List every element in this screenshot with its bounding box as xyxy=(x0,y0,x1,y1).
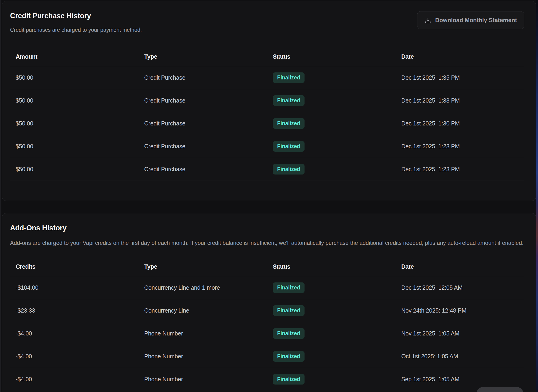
date-cell: Dec 1st 2025: 1:23 PM xyxy=(396,166,524,173)
addons-card-header: Add-Ons History Add-ons are charged to y… xyxy=(2,213,536,248)
table-row: $50.00 Credit Purchase Finalized Dec 1st… xyxy=(10,112,524,135)
date-cell: Dec 1st 2025: 1:35 PM xyxy=(396,74,524,81)
table-row: -$4.00 Phone Number Finalized Nov 1st 20… xyxy=(10,322,524,345)
column-header-type: Type xyxy=(139,53,267,60)
status-badge: Finalized xyxy=(273,328,304,339)
status-badge: Finalized xyxy=(273,374,304,384)
addons-history-card: Add-Ons History Add-ons are charged to y… xyxy=(2,213,536,392)
type-cell: Phone Number xyxy=(139,330,267,337)
table-row: -$4.00 Phone Number Finalized Sep 1st 20… xyxy=(10,368,524,391)
type-cell: Credit Purchase xyxy=(139,97,267,104)
date-cell: Nov 24th 2025: 12:48 PM xyxy=(396,307,524,314)
amount-cell: $50.00 xyxy=(10,143,139,150)
download-monthly-statement-button[interactable]: Download Monthly Statement xyxy=(417,11,524,29)
addons-history-description: Add-ons are charged to your Vapi credits… xyxy=(10,238,524,248)
addons-table-body: -$104.00 Concurrency Line and 1 more Fin… xyxy=(10,276,524,391)
date-cell: Dec 1st 2025: 12:05 AM xyxy=(396,284,524,291)
status-badge: Finalized xyxy=(273,351,304,362)
credits-cell: -$4.00 xyxy=(10,330,139,337)
credit-purchase-table-header: Amount Type Status Date xyxy=(10,47,524,66)
addons-history-title: Add-Ons History xyxy=(10,224,524,233)
type-cell: Credit Purchase xyxy=(139,74,267,81)
help-widget-button[interactable] xyxy=(476,387,524,392)
table-row: $50.00 Credit Purchase Finalized Dec 1st… xyxy=(10,89,524,112)
credits-cell: -$23.33 xyxy=(10,307,139,314)
amount-cell: $50.00 xyxy=(10,74,139,81)
table-row: -$4.00 Phone Number Finalized Oct 1st 20… xyxy=(10,345,524,368)
type-cell: Credit Purchase xyxy=(139,166,267,173)
type-cell: Phone Number xyxy=(139,376,267,383)
credits-cell: -$4.00 xyxy=(10,376,139,383)
credit-purchase-table-body: $50.00 Credit Purchase Finalized Dec 1st… xyxy=(10,66,524,181)
table-row: $50.00 Credit Purchase Finalized Dec 1st… xyxy=(10,135,524,158)
column-header-date: Date xyxy=(396,263,524,270)
type-cell: Credit Purchase xyxy=(139,120,267,127)
date-cell: Oct 1st 2025: 1:05 AM xyxy=(396,353,524,360)
amount-cell: $50.00 xyxy=(10,97,139,104)
status-badge: Finalized xyxy=(273,95,304,106)
credit-purchase-history-card: Credit Purchase History Credit purchases… xyxy=(2,1,536,201)
date-cell: Dec 1st 2025: 1:33 PM xyxy=(396,97,524,104)
download-icon xyxy=(424,17,431,24)
download-button-label: Download Monthly Statement xyxy=(435,17,517,23)
viewport-edge-gradient xyxy=(536,0,538,392)
column-header-type: Type xyxy=(139,263,267,270)
date-cell: Dec 1st 2025: 1:30 PM xyxy=(396,120,524,127)
billing-page: { "colors": { "page_background": "#10101… xyxy=(0,0,538,392)
credits-cell: -$4.00 xyxy=(10,353,139,360)
type-cell: Credit Purchase xyxy=(139,143,267,150)
type-cell: Concurrency Line xyxy=(139,307,267,314)
date-cell: Nov 1st 2025: 1:05 AM xyxy=(396,330,524,337)
column-header-amount: Amount xyxy=(10,53,139,60)
column-header-status: Status xyxy=(267,263,396,270)
date-cell: Sep 1st 2025: 1:05 AM xyxy=(396,376,524,383)
addons-table: Credits Type Status Date -$104.00 Concur… xyxy=(10,257,524,391)
addons-table-header: Credits Type Status Date xyxy=(10,257,524,276)
status-badge: Finalized xyxy=(273,282,304,293)
status-badge: Finalized xyxy=(273,72,304,83)
column-header-credits: Credits xyxy=(10,263,139,270)
column-header-date: Date xyxy=(396,53,524,60)
credit-card-header: Credit Purchase History Credit purchases… xyxy=(2,1,536,33)
amount-cell: $50.00 xyxy=(10,120,139,127)
date-cell: Dec 1st 2025: 1:23 PM xyxy=(396,143,524,150)
credits-cell: -$104.00 xyxy=(10,284,139,291)
status-badge: Finalized xyxy=(273,118,304,129)
status-badge: Finalized xyxy=(273,164,304,174)
table-row: $50.00 Credit Purchase Finalized Dec 1st… xyxy=(10,158,524,181)
table-row: -$104.00 Concurrency Line and 1 more Fin… xyxy=(10,276,524,299)
table-row: $50.00 Credit Purchase Finalized Dec 1st… xyxy=(10,66,524,89)
credit-purchase-table: Amount Type Status Date $50.00 Credit Pu… xyxy=(10,47,524,181)
type-cell: Phone Number xyxy=(139,353,267,360)
amount-cell: $50.00 xyxy=(10,166,139,173)
status-badge: Finalized xyxy=(273,305,304,316)
status-badge: Finalized xyxy=(273,141,304,152)
column-header-status: Status xyxy=(267,53,396,60)
content-divider-line xyxy=(0,0,1,392)
table-row: -$23.33 Concurrency Line Finalized Nov 2… xyxy=(10,299,524,322)
type-cell: Concurrency Line and 1 more xyxy=(139,284,267,291)
